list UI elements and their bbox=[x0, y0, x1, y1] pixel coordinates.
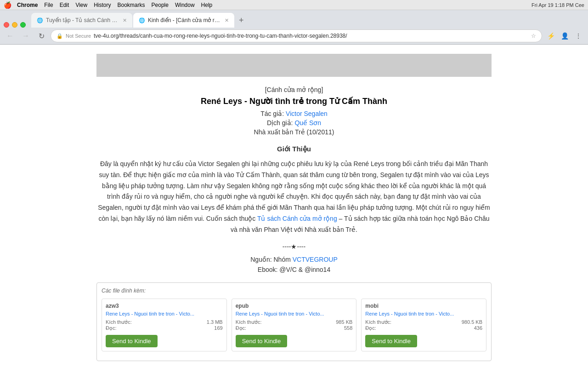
tab-1[interactable]: 🌐 Tuyển tập - Tủ sách Cánh cửa... ✕ bbox=[31, 13, 132, 28]
size-value-mobi: 980.5 KB bbox=[462, 319, 482, 325]
tab-2-favicon: 🌐 bbox=[139, 17, 145, 23]
read-value-epub: 558 bbox=[344, 325, 352, 331]
size-value-azw3: 1.3 MB bbox=[207, 319, 223, 325]
read-value-azw3: 169 bbox=[214, 325, 222, 331]
forward-button[interactable]: → bbox=[19, 29, 32, 42]
article-container: [Cánh cửa mở rộng] René Leys - Người tìn… bbox=[87, 45, 501, 368]
menu-history[interactable]: History bbox=[94, 2, 111, 8]
attachment-azw3: azw3 Rene Leys - Nguoi tinh tre tron - V… bbox=[102, 299, 227, 351]
tab-bar: 🌐 Tuyển tập - Tủ sách Cánh cửa... ✕ 🌐 Ki… bbox=[0, 10, 588, 28]
source-line: Nguồn: Nhóm VCTVEGROUP bbox=[96, 256, 492, 263]
source-label: Nguồn: Nhóm bbox=[250, 256, 291, 263]
translator-label: Dịch giả: bbox=[267, 119, 293, 126]
size-label-mobi: Kích thước: bbox=[365, 319, 391, 325]
book-header: [Cánh cửa mở rộng] René Leys - Người tìn… bbox=[96, 86, 492, 136]
read-label-mobi: Đọc: bbox=[365, 325, 376, 331]
attachment-filename-mobi[interactable]: Rene Leys - Nguoi tinh tre tron - Victo.… bbox=[365, 311, 482, 316]
menu-people[interactable]: People bbox=[152, 2, 169, 8]
intro-title: Giới Thiệu bbox=[96, 145, 492, 153]
send-kindle-button-epub[interactable]: Send to Kindle bbox=[236, 335, 288, 347]
author-line: Tác giả: Victor Segalen bbox=[96, 110, 492, 117]
bookmark-icon[interactable]: ☆ bbox=[531, 33, 536, 39]
app-name[interactable]: Chrome bbox=[17, 2, 38, 8]
book-title: René Leys - Người tình trẻ trong Tử Cấm … bbox=[96, 96, 492, 106]
extensions-button[interactable]: ⚡ bbox=[545, 30, 557, 42]
book-description: Đây là quyển nhật ký hư cấu của Victor S… bbox=[96, 159, 492, 236]
tab-2-title: Kinh điển - [Cánh cửa mở rộng... bbox=[148, 17, 222, 23]
top-image-bar bbox=[96, 54, 492, 77]
size-label-epub: Kích thước: bbox=[236, 319, 262, 325]
ebook-label: Ebook: @V/C & @inno14 bbox=[258, 266, 330, 273]
url-text[interactable]: tve-4u.org/threads/canh-cua-mo-rong-rene… bbox=[94, 33, 528, 39]
size-label-azw3: Kích thước: bbox=[106, 319, 132, 325]
tab-1-close-button[interactable]: ✕ bbox=[123, 17, 127, 23]
size-value-epub: 985 KB bbox=[336, 319, 352, 325]
menu-file[interactable]: File bbox=[44, 2, 53, 8]
not-secure-label: Not Secure bbox=[66, 33, 91, 39]
menu-edit[interactable]: Edit bbox=[60, 2, 69, 8]
menu-bookmarks[interactable]: Bookmarks bbox=[118, 2, 145, 8]
author-label: Tác giả: bbox=[260, 110, 284, 117]
attachment-mobi: mobi Rene Leys - Nguoi tinh tre tron - V… bbox=[361, 299, 486, 351]
collection-link[interactable]: Tủ sách Cánh cửa mở rộng bbox=[257, 215, 337, 222]
traffic-lights bbox=[4, 22, 26, 28]
not-secure-icon: 🔒 bbox=[57, 33, 63, 39]
attachment-type-azw3: azw3 bbox=[106, 303, 223, 309]
account-button[interactable]: 👤 bbox=[559, 30, 571, 42]
attachments-label: Các file đính kèm: bbox=[102, 288, 486, 294]
more-button[interactable]: ⋮ bbox=[572, 30, 584, 42]
attachment-filename-azw3[interactable]: Rene Leys - Nguoi tinh tre tron - Victo.… bbox=[106, 311, 223, 316]
page-content: [Cánh cửa mở rộng] René Leys - Người tìn… bbox=[0, 45, 588, 368]
address-bar-row: ← → ↻ 🔒 Not Secure tve-4u.org/threads/ca… bbox=[0, 28, 588, 44]
source-group-link[interactable]: VCTVEGROUP bbox=[293, 256, 338, 263]
reload-button[interactable]: ↻ bbox=[35, 29, 48, 42]
browser-actions: ⚡ 👤 ⋮ bbox=[545, 30, 584, 42]
attachment-type-mobi: mobi bbox=[365, 303, 482, 309]
menubar-right-info: Fri Apr 19 1:18 PM Cee bbox=[531, 2, 584, 8]
menu-help[interactable]: Help bbox=[201, 2, 213, 8]
attachment-epub: epub Rene Leys - Nguoi tinh tre tron - V… bbox=[232, 299, 357, 351]
tab-1-favicon: 🌐 bbox=[37, 17, 43, 23]
author-link[interactable]: Victor Segalen bbox=[286, 110, 328, 117]
back-button[interactable]: ← bbox=[4, 29, 17, 42]
publisher-line: Nhà xuất bản Trẻ (10/2011) bbox=[96, 128, 492, 136]
read-label-azw3: Đọc: bbox=[106, 325, 117, 331]
attachments-grid: azw3 Rene Leys - Nguoi tinh tre tron - V… bbox=[102, 299, 486, 351]
read-label-epub: Đọc: bbox=[236, 325, 247, 331]
tab-2[interactable]: 🌐 Kinh điển - [Cánh cửa mở rộng... ✕ bbox=[133, 13, 234, 28]
tab-2-close-button[interactable]: ✕ bbox=[225, 17, 229, 23]
new-tab-button[interactable]: + bbox=[235, 14, 248, 27]
attachment-type-epub: epub bbox=[236, 303, 353, 309]
read-value-mobi: 436 bbox=[474, 325, 482, 331]
section-label: [Cánh cửa mở rộng] bbox=[96, 86, 492, 93]
translator-line: Dịch giả: Quế Sơn bbox=[96, 119, 492, 126]
ebook-line: Ebook: @V/C & @inno14 bbox=[96, 266, 492, 273]
attachment-meta-epub: Kích thước: 985 KB Đọc: 558 bbox=[236, 319, 353, 331]
mac-menubar: 🍎 Chrome File Edit View History Bookmark… bbox=[0, 0, 588, 10]
attachment-meta-azw3: Kích thước: 1.3 MB Đọc: 169 bbox=[106, 319, 223, 331]
send-kindle-button-azw3[interactable]: Send to Kindle bbox=[106, 335, 158, 347]
attachment-filename-epub[interactable]: Rene Leys - Nguoi tinh tre tron - Victo.… bbox=[236, 311, 353, 316]
tab-1-title: Tuyển tập - Tủ sách Cánh cửa... bbox=[46, 17, 120, 23]
close-window-button[interactable] bbox=[4, 22, 9, 28]
maximize-window-button[interactable] bbox=[20, 22, 26, 28]
menu-view[interactable]: View bbox=[75, 2, 87, 8]
attachments-section: Các file đính kèm: azw3 Rene Leys - Nguo… bbox=[96, 282, 492, 361]
apple-logo-icon: 🍎 bbox=[4, 1, 11, 9]
divider-star: ----★---- bbox=[96, 243, 492, 250]
menu-window[interactable]: Window bbox=[175, 2, 195, 8]
browser-chrome: 🌐 Tuyển tập - Tủ sách Cánh cửa... ✕ 🌐 Ki… bbox=[0, 10, 588, 45]
address-bar[interactable]: 🔒 Not Secure tve-4u.org/threads/canh-cua… bbox=[51, 29, 542, 42]
attachment-meta-mobi: Kích thước: 980.5 KB Đọc: 436 bbox=[365, 319, 482, 331]
minimize-window-button[interactable] bbox=[12, 22, 17, 28]
translator-link[interactable]: Quế Sơn bbox=[294, 119, 321, 126]
description-text: Đây là quyển nhật ký hư cấu của Victor S… bbox=[98, 160, 490, 222]
send-kindle-button-mobi[interactable]: Send to Kindle bbox=[365, 335, 417, 347]
